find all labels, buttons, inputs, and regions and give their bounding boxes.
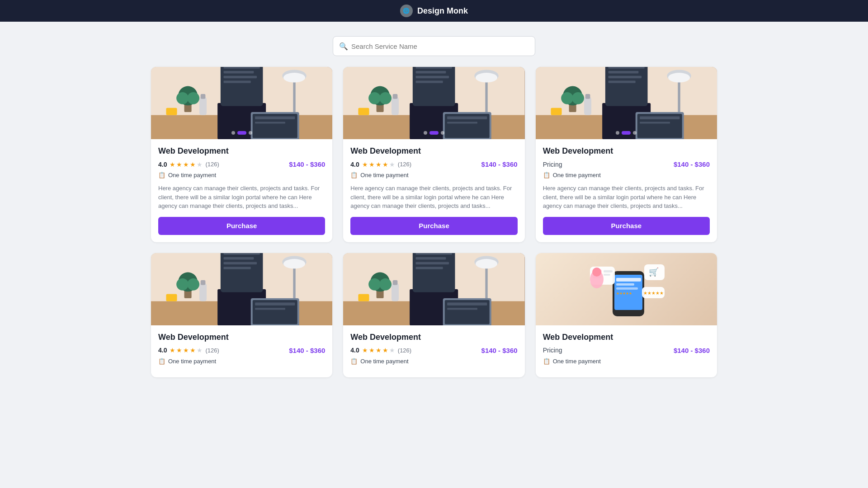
svg-rect-7 bbox=[224, 76, 257, 78]
svg-point-117 bbox=[476, 259, 497, 268]
svg-rect-89 bbox=[199, 283, 207, 301]
cards-grid: Web Development 4.0 ★★★★★ (126) $140 - $… bbox=[140, 67, 728, 395]
rating-row: 4.0 ★★★★★ (126) $140 - $360 bbox=[158, 160, 325, 168]
svg-point-64 bbox=[572, 92, 584, 104]
svg-point-88 bbox=[187, 278, 199, 290]
svg-rect-78 bbox=[224, 257, 254, 259]
dot-indicator bbox=[441, 131, 444, 135]
svg-point-21 bbox=[283, 73, 305, 82]
card-title: Web Development bbox=[350, 146, 517, 156]
stars-container: ★★★★★ bbox=[362, 347, 395, 354]
svg-rect-70 bbox=[551, 108, 561, 115]
rating-row: Pricing $140 - $360 bbox=[543, 160, 710, 168]
card-image: ★★★★★ 🛒 ★★★★★ bbox=[536, 253, 717, 325]
review-count: (126) bbox=[205, 161, 219, 168]
svg-rect-19 bbox=[293, 79, 295, 112]
rating-left: Pricing bbox=[543, 347, 562, 354]
svg-rect-84 bbox=[255, 308, 285, 310]
card-image bbox=[536, 67, 717, 139]
svg-rect-56 bbox=[608, 81, 635, 83]
svg-rect-53 bbox=[608, 67, 644, 69]
svg-rect-94 bbox=[166, 294, 177, 301]
star-icon: ★ bbox=[197, 347, 203, 354]
svg-rect-102 bbox=[416, 257, 446, 259]
card-title: Web Development bbox=[543, 333, 710, 342]
svg-rect-65 bbox=[584, 97, 591, 115]
card-title: Web Development bbox=[543, 146, 710, 156]
service-card: ★★★★★ 🛒 ★★★★★ bbox=[536, 253, 717, 377]
price-range: $140 - $360 bbox=[289, 160, 325, 168]
dot-indicator bbox=[429, 131, 439, 135]
svg-rect-79 bbox=[224, 262, 257, 264]
card-title: Web Development bbox=[158, 146, 325, 156]
svg-rect-30 bbox=[416, 71, 446, 73]
card-image bbox=[343, 67, 524, 139]
star-icon: ★ bbox=[376, 161, 382, 168]
svg-rect-55 bbox=[608, 76, 642, 78]
svg-rect-122 bbox=[616, 278, 641, 282]
payment-type: 📋 One time payment bbox=[543, 172, 710, 178]
stars-container: ★★★★★ bbox=[170, 347, 203, 354]
purchase-button[interactable]: Purchase bbox=[543, 217, 710, 235]
rating-row: Pricing $140 - $360 bbox=[543, 347, 710, 354]
star-icon: ★ bbox=[183, 161, 189, 168]
payment-icon: 📋 bbox=[350, 172, 358, 178]
svg-rect-29 bbox=[416, 67, 452, 69]
svg-point-15 bbox=[176, 92, 189, 104]
price-range: $140 - $360 bbox=[674, 347, 710, 354]
rating-row: 4.0 ★★★★★ (126) $140 - $360 bbox=[350, 347, 517, 354]
star-icon: ★ bbox=[389, 161, 395, 168]
card-title: Web Development bbox=[158, 333, 325, 342]
pricing-label: Pricing bbox=[543, 161, 562, 168]
search-input[interactable] bbox=[333, 36, 535, 56]
svg-rect-91 bbox=[293, 265, 295, 298]
svg-point-87 bbox=[176, 278, 189, 290]
svg-rect-8 bbox=[224, 81, 251, 83]
review-count: (126) bbox=[205, 347, 219, 354]
star-icon: ★ bbox=[369, 347, 375, 354]
svg-rect-11 bbox=[255, 116, 295, 119]
dot-indicator bbox=[616, 131, 619, 135]
svg-rect-36 bbox=[447, 122, 477, 123]
card-description: Here agency can manage their clients, pr… bbox=[350, 184, 517, 211]
desk-illustration bbox=[343, 67, 524, 139]
star-icon: ★ bbox=[190, 161, 196, 168]
star-icon: ★ bbox=[176, 347, 182, 354]
svg-rect-6 bbox=[224, 71, 254, 73]
purchase-button[interactable]: Purchase bbox=[158, 217, 325, 235]
svg-rect-54 bbox=[608, 71, 638, 73]
svg-rect-107 bbox=[447, 302, 487, 305]
svg-rect-66 bbox=[585, 94, 590, 99]
price-range: $140 - $360 bbox=[481, 347, 518, 354]
rating-left: 4.0 ★★★★★ (126) bbox=[158, 161, 219, 168]
svg-rect-46 bbox=[359, 108, 369, 115]
payment-icon: 📋 bbox=[158, 172, 165, 178]
star-icon: ★ bbox=[376, 347, 382, 354]
svg-rect-129 bbox=[604, 274, 610, 276]
price-range: $140 - $360 bbox=[289, 347, 325, 354]
search-icon: 🔍 bbox=[339, 42, 348, 51]
svg-point-69 bbox=[668, 73, 690, 82]
svg-point-39 bbox=[369, 92, 381, 104]
svg-point-111 bbox=[369, 278, 381, 290]
svg-rect-124 bbox=[616, 287, 638, 290]
star-icon: ★ bbox=[382, 161, 388, 168]
svg-rect-118 bbox=[359, 294, 369, 301]
service-card: Web Development 4.0 ★★★★★ (126) $140 - $… bbox=[343, 67, 524, 242]
payment-type: 📋 One time payment bbox=[350, 358, 517, 365]
svg-rect-5 bbox=[224, 67, 260, 69]
purchase-button[interactable]: Purchase bbox=[350, 217, 517, 235]
rating-row: 4.0 ★★★★★ (126) $140 - $360 bbox=[350, 160, 517, 168]
stars-container: ★★★★★ bbox=[170, 161, 203, 168]
rating-number: 4.0 bbox=[350, 347, 359, 354]
card-image bbox=[151, 253, 332, 325]
rating-number: 4.0 bbox=[158, 347, 167, 354]
logo-text: 🌐 bbox=[403, 8, 410, 14]
payment-label: One time payment bbox=[360, 358, 408, 365]
app-logo: 🌐 bbox=[400, 5, 413, 17]
svg-rect-113 bbox=[392, 283, 399, 301]
payment-icon: 📋 bbox=[543, 358, 550, 365]
star-icon: ★ bbox=[389, 347, 395, 354]
card-description: Here agency can manage their clients, pr… bbox=[543, 184, 710, 211]
star-icon: ★ bbox=[176, 161, 182, 168]
